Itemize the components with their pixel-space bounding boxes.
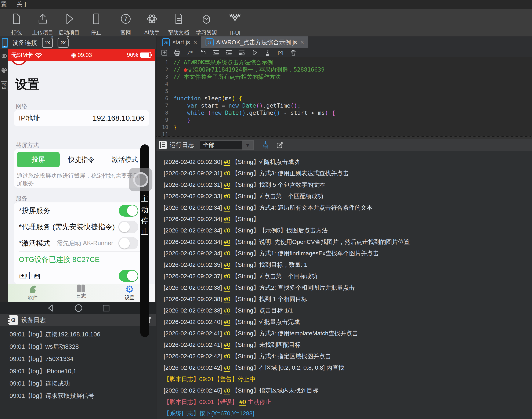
outdent-icon[interactable] bbox=[212, 49, 220, 56]
run-script-icon[interactable] bbox=[251, 49, 258, 56]
document-icon bbox=[173, 12, 184, 26]
segment-shortcut[interactable]: 快捷指令 bbox=[60, 152, 103, 167]
tab-close-icon-2[interactable]: × bbox=[300, 39, 304, 46]
proxy-service-toggle[interactable] bbox=[118, 221, 138, 233]
format-icon[interactable] bbox=[238, 49, 245, 56]
scale-2x-button[interactable]: 2X bbox=[58, 38, 69, 48]
learning-resources-button[interactable]: 学习资源 bbox=[193, 11, 220, 37]
new-file-icon[interactable] bbox=[161, 49, 168, 56]
phone-tab-software[interactable]: 软件 bbox=[18, 285, 48, 301]
dropdown-arrow-icon[interactable]: ▼ bbox=[242, 141, 253, 149]
capture-segmented-control: 投屏 快捷指令 激活模式 bbox=[17, 152, 146, 167]
line-number: 8 bbox=[156, 109, 173, 117]
package-button[interactable]: 打包 bbox=[3, 11, 30, 37]
run-log-entry: [2026-02-02 09:02:38] #0 【String】找到 1 个相… bbox=[164, 293, 532, 305]
run-log-icon bbox=[159, 141, 167, 149]
help-docs-label: 帮助文档 bbox=[168, 29, 189, 36]
device-log-entry: 09:01【log】ws启动8328 bbox=[0, 341, 156, 353]
tab-close-icon[interactable]: × bbox=[193, 39, 197, 46]
ip-label: IP地址 bbox=[19, 113, 40, 123]
hui-button[interactable]: H-UI bbox=[221, 11, 249, 37]
code-line: 3// 本文件整合了所有点击相关的操作方法 bbox=[156, 73, 532, 80]
back-nav-icon[interactable] bbox=[46, 303, 55, 313]
help-docs-button[interactable]: 帮助文档 bbox=[165, 11, 192, 37]
device-panel-header: 设备连接 1X 2X bbox=[0, 36, 156, 49]
service-row-proxy: *代理服务 (需先安装快捷指令) bbox=[14, 219, 149, 235]
run-log-entry: [2026-02-02 09:02:34] #0 【String】说明: 先使用… bbox=[164, 236, 532, 248]
recent-nav-icon[interactable] bbox=[102, 304, 110, 312]
indent-icon[interactable] bbox=[225, 49, 233, 56]
mirror-service-toggle[interactable] bbox=[119, 205, 138, 217]
editor-toolbar: /* [X] bbox=[156, 48, 532, 57]
code-editor[interactable]: 1// AIWROK苹果系统点击方法综合示例2// ●交流QQ群71184192… bbox=[156, 57, 532, 138]
phone-tab-log[interactable]: 日志 bbox=[66, 285, 96, 299]
clear-log-brush-icon[interactable] bbox=[261, 141, 270, 149]
phone-mirror[interactable]: 无SIM卡 ◉ 09:03 96% 设置 网络 IP地址 192.168.10.… bbox=[8, 49, 155, 302]
activation-mode-toggle[interactable] bbox=[118, 237, 138, 249]
undo-icon[interactable] bbox=[199, 49, 207, 56]
comment-icon[interactable]: /* bbox=[186, 49, 194, 56]
pip-label: 画中画 bbox=[19, 271, 40, 281]
menu-item-settings[interactable]: 置 bbox=[1, 0, 7, 9]
palette-icon[interactable] bbox=[1, 67, 7, 73]
svg-text:?: ? bbox=[124, 15, 128, 22]
tab-start-js[interactable]: JS start.js × bbox=[158, 36, 201, 48]
home-nav-icon[interactable] bbox=[74, 303, 83, 313]
run-log-entry: [2026-02-02 09:02:38] #0 【String】方式2: 查找… bbox=[164, 282, 532, 293]
segment-mirror[interactable]: 投屏 bbox=[17, 152, 60, 167]
proxy-service-label: *代理服务 (需先安装快捷指令) bbox=[19, 222, 115, 232]
device-log-list[interactable]: 09:01【log】连接192.168.10.10609:01【log】ws启动… bbox=[0, 326, 156, 419]
hui-logo-icon bbox=[229, 12, 241, 26]
editor-panel: JS start.js × JS AIWROK_点击方法综合示例.js × /* bbox=[156, 36, 532, 419]
editor-tab-bar: JS start.js × JS AIWROK_点击方法综合示例.js × bbox=[156, 36, 532, 49]
run-log-entry: [2026-02-02 09:02:42] #0 【String】方式4: 指定… bbox=[164, 351, 532, 362]
assistive-touch-button[interactable] bbox=[129, 168, 152, 191]
code-line: 8 while (new Date().getTime() - start < … bbox=[156, 109, 532, 117]
test-flask-icon[interactable] bbox=[264, 49, 271, 56]
website-label: 官网 bbox=[120, 29, 131, 36]
device-log-entry: 09:01【log】iPhone10,1 bbox=[0, 365, 156, 378]
log-filter-select[interactable]: 全部 ▼ bbox=[200, 140, 254, 150]
ip-card: IP地址 192.168.10.106 bbox=[14, 110, 149, 126]
run-log-entry: [2026-02-02 09:02:37] #0 【String】√ 点击第一个… bbox=[164, 271, 532, 282]
start-project-button[interactable]: 启动项目 bbox=[55, 11, 83, 37]
device-log-entry: 09:01【log】请求获取投屏信号 bbox=[0, 390, 156, 402]
run-log-entry: [2026-02-02 09:02:34] #0 【String】方式1: 使用… bbox=[164, 248, 532, 259]
print-icon[interactable] bbox=[174, 49, 181, 56]
code-line: 6function sleep(ms) { bbox=[156, 95, 532, 102]
code-line: 4 bbox=[156, 80, 532, 88]
log-book-icon bbox=[77, 285, 85, 292]
clean-log-icon[interactable] bbox=[290, 49, 297, 56]
run-log-list[interactable]: [2026-02-02 09:02:30] #0 【String】√ 随机点击成… bbox=[156, 151, 532, 419]
log-filter-value: 全部 bbox=[200, 141, 242, 149]
sync-link-icon[interactable] bbox=[1, 53, 7, 59]
tab-aiwrok-js-label: AIWROK_点击方法综合示例.js bbox=[216, 38, 297, 46]
activation-note: 需先启动 AK-Runner bbox=[56, 239, 113, 248]
run-log-header: 运行日志 全部 ▼ bbox=[156, 139, 532, 151]
status-time: ◉ 09:03 bbox=[8, 52, 155, 58]
stop-button[interactable]: 停止 bbox=[82, 11, 110, 37]
phone-status-bar: 无SIM卡 ◉ 09:03 96% bbox=[8, 49, 155, 61]
phone-tab-settings[interactable]: ⚙ 设置 bbox=[115, 285, 144, 301]
line-number: 4 bbox=[156, 80, 173, 88]
software-leaf-icon bbox=[28, 285, 38, 294]
pip-toggle[interactable] bbox=[119, 270, 138, 282]
tab-aiwrok-js[interactable]: JS AIWROK_点击方法综合示例.js × bbox=[201, 36, 308, 48]
run-log-title: 运行日志 bbox=[169, 141, 194, 149]
code-line: 1// AIWROK苹果系统点击方法综合示例 bbox=[156, 59, 532, 66]
run-log-popout-icon[interactable] bbox=[276, 142, 284, 149]
website-button[interactable]: ? 官网 bbox=[112, 11, 140, 37]
segment-activation[interactable]: 激活模式 bbox=[103, 152, 146, 167]
ip-value: 192.168.10.106 bbox=[93, 114, 144, 122]
yolo-badge[interactable]: YOLO bbox=[1, 81, 7, 91]
menu-item-about[interactable]: 关于 bbox=[16, 0, 28, 9]
clear-vars-icon[interactable]: [X] bbox=[277, 49, 284, 56]
device-log-title: 设备日志 bbox=[21, 316, 46, 324]
run-log-entry: 【脚本日志】09:01【警告】停止中 bbox=[164, 373, 532, 385]
ai-assistant-button[interactable]: AI助手 bbox=[138, 11, 166, 37]
scale-1x-button[interactable]: 1X bbox=[42, 38, 53, 48]
run-log-entry: [2026-02-02 09:02:38] #0 【String】点击目标 1/… bbox=[164, 305, 532, 316]
upload-project-button[interactable]: 上传项目 bbox=[29, 11, 56, 37]
run-log-entry: [2026-02-02 09:02:34] #0 【String】 bbox=[164, 213, 532, 225]
code-line: 2// ●交流QQ群711841924群一，苹果内测群，528816639 bbox=[156, 66, 532, 73]
